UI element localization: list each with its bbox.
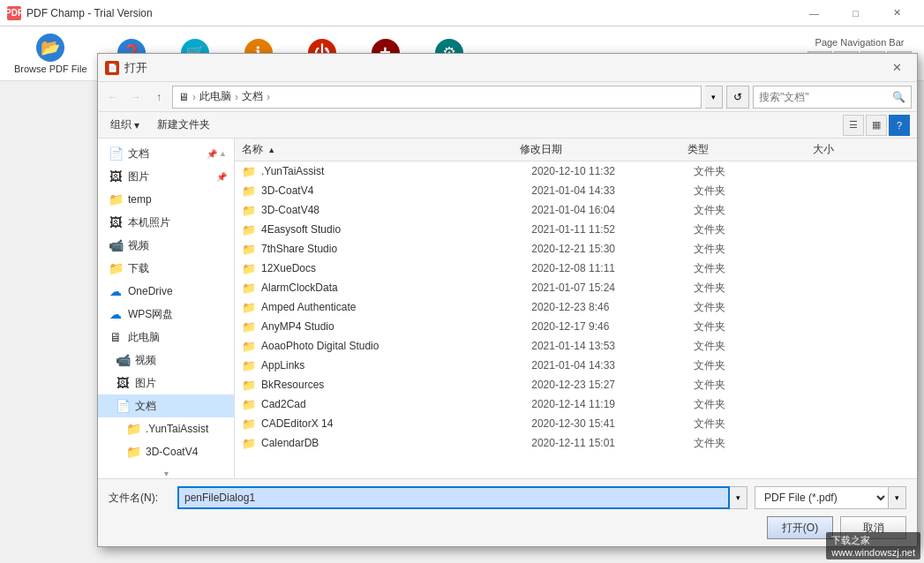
folder-icon: 📁 — [242, 379, 256, 392]
table-row[interactable]: 📁 12XueDocs 2020-12-08 11:11 文件夹 — [235, 259, 917, 278]
sidebar-item-documents[interactable]: 📄 文档 📌 ▲ — [98, 142, 234, 165]
up-button[interactable]: ↑ — [149, 87, 169, 107]
pin2-icon: 📌 — [216, 172, 227, 182]
col-type-header[interactable]: 类型 — [687, 142, 813, 157]
browse-icon: 📂 — [36, 34, 64, 62]
col-date-header[interactable]: 修改日期 — [520, 142, 687, 157]
path-pc-icon: 🖥 — [178, 91, 189, 103]
window-controls: — □ ✕ — [794, 0, 917, 26]
table-row[interactable]: 📁 AppLinks 2021-01-04 14:33 文件夹 — [235, 356, 917, 375]
organize-button[interactable]: 组织 ▾ — [105, 116, 145, 134]
dialog-address-toolbar: ← → ↑ 🖥 › 此电脑 › 文档 › ▾ ↺ 🔍 — [98, 82, 917, 112]
col-name-header[interactable]: 名称 ▲ — [242, 142, 520, 157]
sidebar-item-pc-docs[interactable]: 📄 文档 — [98, 394, 234, 417]
file-date-cell: 2020-12-21 15:30 — [531, 243, 694, 255]
file-name-cell: CADEditorX 14 — [261, 417, 531, 430]
sidebar-item-videos[interactable]: 📹 视频 — [98, 234, 234, 257]
table-row[interactable]: 📁 CalendarDB 2020-12-11 15:01 文件夹 — [235, 433, 917, 453]
onedrive-icon: ☁ — [109, 285, 123, 297]
back-button[interactable]: ← — [103, 87, 123, 107]
table-row[interactable]: 📁 AoaoPhoto Digital Studio 2021-01-14 13… — [235, 336, 917, 356]
table-row[interactable]: 📁 .YunTaiAssist 2020-12-10 11:32 文件夹 — [235, 161, 917, 181]
view-help-button[interactable]: ? — [889, 115, 910, 136]
file-date-cell: 2020-12-23 8:46 — [531, 301, 694, 313]
sidebar-item-wps[interactable]: ☁ WPS网盘 — [98, 303, 234, 326]
pc-docs-icon: 📄 — [116, 400, 130, 412]
path-pc: 此电脑 — [199, 89, 231, 104]
file-name-cell: AppLinks — [261, 359, 531, 372]
open-button[interactable]: 打开(O) — [767, 516, 833, 539]
table-row[interactable]: 📁 3D-CoatV48 2021-01-04 16:04 文件夹 — [235, 200, 917, 220]
toolbar-browse[interactable]: 📂 Browse PDF File — [7, 30, 94, 78]
address-bar[interactable]: 🖥 › 此电脑 › 文档 › — [172, 86, 702, 109]
address-dropdown-button[interactable]: ▾ — [705, 86, 723, 109]
sidebar-item-pictures[interactable]: 🖼 图片 📌 — [98, 165, 234, 188]
app-window: PDF PDF Champ - Trial Version — □ ✕ 📂 Br… — [0, 0, 924, 563]
wps-icon: ☁ — [109, 308, 123, 320]
watermark-line2: www.windowszj.net — [831, 547, 915, 558]
sidebar-item-sub-yuntai[interactable]: 📁 .YunTaiAssist — [98, 417, 234, 440]
dialog-close-button[interactable]: ✕ — [883, 55, 910, 81]
file-date-cell: 2021-01-04 14:33 — [531, 359, 694, 372]
sort-icon: ▲ — [267, 146, 275, 154]
filetype-select[interactable]: PDF File (*.pdf) — [755, 486, 889, 509]
file-name-cell: 3D-CoatV48 — [261, 204, 531, 216]
view-details-button[interactable]: ☰ — [843, 115, 864, 136]
table-row[interactable]: 📁 BkResources 2020-12-23 15:27 文件夹 — [235, 375, 917, 394]
filetype-dropdown-button[interactable]: ▾ — [889, 486, 906, 509]
minimize-button[interactable]: — — [794, 0, 834, 26]
sidebar-item-thispc[interactable]: 🖥 此电脑 — [98, 326, 234, 349]
file-name-cell: Amped Authenticate — [261, 301, 531, 313]
sidebar-item-onedrive[interactable]: ☁ OneDrive — [98, 280, 234, 303]
table-row[interactable]: 📁 AnyMP4 Studio 2020-12-17 9:46 文件夹 — [235, 317, 917, 336]
maximize-button[interactable]: □ — [836, 0, 875, 26]
file-type-cell: 文件夹 — [694, 281, 815, 296]
table-row[interactable]: 📁 4Easysoft Studio 2021-01-11 11:52 文件夹 — [235, 220, 917, 239]
sidebar-item-downloads[interactable]: 📁 下载 — [98, 257, 234, 280]
sidebar-item-pc-pictures-label: 图片 — [135, 376, 156, 391]
file-name-cell: 3D-CoatV4 — [261, 184, 531, 197]
file-name-cell: .YunTaiAssist — [261, 165, 531, 177]
file-name-cell: BkResources — [261, 379, 531, 391]
forward-button[interactable]: → — [126, 87, 146, 107]
file-type-cell: 文件夹 — [694, 203, 815, 218]
filename-input[interactable] — [177, 486, 730, 509]
table-row[interactable]: 📁 AlarmClockData 2021-01-07 15:24 文件夹 — [235, 278, 917, 297]
file-date-cell: 2020-12-17 9:46 — [531, 320, 694, 333]
close-button[interactable]: ✕ — [877, 0, 917, 26]
table-row[interactable]: 📁 Cad2Cad 2020-12-14 11:19 文件夹 — [235, 394, 917, 414]
file-type-cell: 文件夹 — [694, 222, 815, 237]
table-row[interactable]: 📁 Amped Authenticate 2020-12-23 8:46 文件夹 — [235, 297, 917, 317]
file-type-cell: 文件夹 — [694, 397, 815, 412]
search-input[interactable] — [759, 91, 891, 103]
file-type-cell: 文件夹 — [694, 436, 815, 451]
new-folder-button[interactable]: 新建文件夹 — [152, 116, 215, 134]
sidebar-item-pc-video[interactable]: 📹 视频 — [98, 349, 234, 372]
table-row[interactable]: 📁 CADEditorX 14 2020-12-30 15:41 文件夹 — [235, 414, 917, 433]
file-name-cell: AoaoPhoto Digital Studio — [261, 340, 531, 352]
sidebar-item-temp[interactable]: 📁 temp — [98, 188, 234, 211]
folder-icon: 📁 — [242, 282, 256, 295]
sidebar-item-pc-pictures[interactable]: 🖼 图片 — [98, 372, 234, 394]
file-date-cell: 2021-01-07 15:24 — [531, 282, 694, 294]
filename-input-wrap: ▾ — [177, 486, 747, 509]
view-icons-button[interactable]: ▦ — [866, 115, 887, 136]
refresh-button[interactable]: ↺ — [726, 86, 749, 109]
organize-chevron-icon: ▾ — [134, 119, 139, 131]
folder-icon: 📁 — [242, 398, 256, 411]
table-row[interactable]: 📁 3D-CoatV4 2021-01-04 14:33 文件夹 — [235, 181, 917, 200]
dialog-content: 📄 文档 📌 ▲ 🖼 图片 📌 📁 temp 🖼 本机照片 — [98, 139, 917, 478]
file-name-cell: CalendarDB — [261, 437, 531, 449]
view-buttons: ☰ ▦ ? — [843, 115, 910, 136]
documents-icon: 📄 — [109, 147, 123, 160]
file-date-cell: 2021-01-04 16:04 — [531, 204, 694, 216]
sidebar-item-sub-3dcoat[interactable]: 📁 3D-CoatV4 — [98, 440, 234, 463]
sidebar-item-photos[interactable]: 🖼 本机照片 — [98, 211, 234, 234]
folder-icon: 📁 — [242, 417, 256, 431]
folder-icon: 📁 — [242, 243, 256, 256]
table-row[interactable]: 📁 7thShare Studio 2020-12-21 15:30 文件夹 — [235, 239, 917, 259]
search-button[interactable]: 🔍 — [891, 86, 905, 108]
col-size-header[interactable]: 大小 — [813, 142, 910, 157]
app-icon: PDF — [7, 6, 21, 20]
filename-dropdown-button[interactable]: ▾ — [730, 486, 747, 509]
